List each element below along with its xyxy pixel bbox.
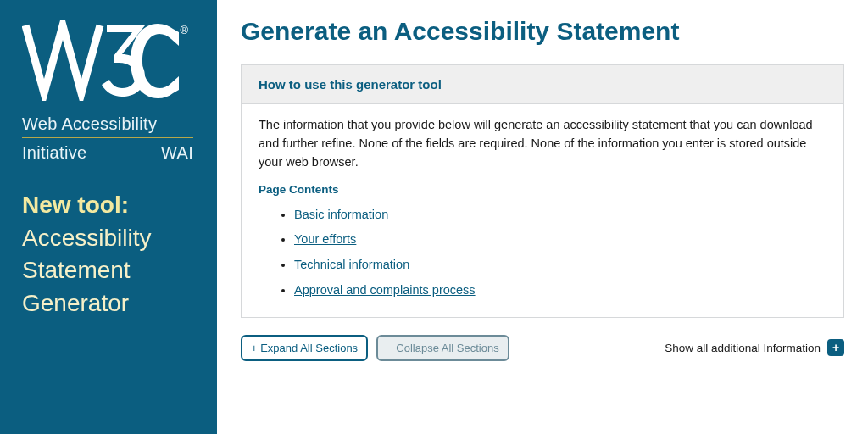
- toc-item: Basic information: [294, 206, 826, 225]
- toc-item: Technical information: [294, 256, 826, 275]
- promo-line-2: Statement: [22, 254, 193, 287]
- section-controls: + Expand All Sections − Collapse All Sec…: [241, 335, 844, 361]
- registered-mark: ®: [180, 24, 188, 36]
- wai-line1: Web Accessibility: [22, 114, 193, 138]
- main-content: Generate an Accessibility Statement How …: [217, 0, 868, 434]
- show-all-label: Show all additional Information: [665, 342, 821, 354]
- wai-heading: Web Accessibility Initiative WAI: [22, 114, 193, 164]
- toc-heading: Page Contents: [259, 181, 826, 198]
- toc-list: Basic information Your efforts Technical…: [294, 206, 826, 300]
- promo-line-3: Generator: [22, 287, 193, 320]
- show-all-additional-toggle[interactable]: Show all additional Information +: [665, 339, 844, 356]
- plus-icon: +: [827, 339, 844, 356]
- sidebar: ® Web Accessibility Initiative WAI New t…: [0, 0, 217, 434]
- toc-link-efforts[interactable]: Your efforts: [294, 232, 356, 246]
- w3c-logo: [22, 20, 183, 101]
- promo-line-1: Accessibility: [22, 222, 193, 255]
- toc-link-technical[interactable]: Technical information: [294, 258, 409, 271]
- wai-initiative: Initiative: [22, 143, 86, 163]
- collapse-all-button[interactable]: − Collapse All Sections: [376, 335, 509, 361]
- wai-abbrev: WAI: [161, 143, 193, 163]
- info-panel: How to use this generator tool The infor…: [241, 64, 844, 318]
- wai-line2: Initiative WAI: [22, 143, 193, 164]
- toc-link-basic[interactable]: Basic information: [294, 208, 388, 221]
- toc-item: Approval and complaints process: [294, 281, 826, 300]
- panel-heading: How to use this generator tool: [242, 65, 843, 104]
- page-title: Generate an Accessibility Statement: [241, 17, 844, 46]
- toc-item: Your efforts: [294, 231, 826, 249]
- promo-text: New tool: Accessibility Statement Genera…: [22, 189, 193, 320]
- expand-all-button[interactable]: + Expand All Sections: [241, 335, 368, 361]
- intro-paragraph: The information that you provide below w…: [259, 116, 826, 171]
- toc-link-approval[interactable]: Approval and complaints process: [294, 283, 476, 297]
- promo-highlight: New tool:: [22, 189, 193, 222]
- w3c-logo-block: ®: [22, 20, 193, 101]
- panel-body: The information that you provide below w…: [242, 104, 843, 317]
